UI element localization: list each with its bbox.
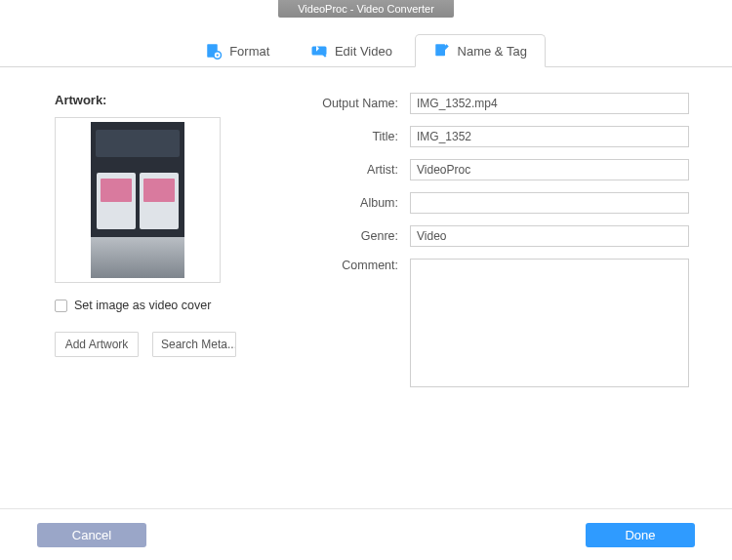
album-label: Album: xyxy=(306,196,410,210)
tab-edit-video-label: Edit Video xyxy=(335,44,392,59)
format-icon xyxy=(205,42,223,60)
artwork-label: Artwork: xyxy=(55,93,250,107)
album-input[interactable] xyxy=(410,192,689,214)
title-label: Title: xyxy=(306,130,410,143)
artist-label: Artist: xyxy=(306,163,410,177)
artist-input[interactable] xyxy=(410,159,689,180)
svg-point-2 xyxy=(217,54,219,56)
name-tag-icon xyxy=(433,42,451,60)
tab-format-label: Format xyxy=(229,44,269,59)
tab-edit-video[interactable]: Edit Video xyxy=(292,34,411,67)
output-name-label: Output Name: xyxy=(306,97,410,110)
comment-label: Comment: xyxy=(306,259,410,272)
genre-input[interactable] xyxy=(410,225,689,247)
genre-label: Genre: xyxy=(306,229,410,243)
tab-format[interactable]: Format xyxy=(186,34,288,67)
cancel-button[interactable]: Cancel xyxy=(37,523,146,547)
tab-name-tag[interactable]: Name & Tag xyxy=(415,34,546,67)
content-area: Artwork: Set image as video cover Add Ar… xyxy=(0,67,732,413)
cover-checkbox-label: Set image as video cover xyxy=(74,299,211,312)
title-input[interactable] xyxy=(410,126,689,147)
comment-textarea[interactable] xyxy=(410,259,689,387)
tab-name-tag-label: Name & Tag xyxy=(458,44,527,59)
tab-bar: Format Edit Video Name & Tag xyxy=(0,33,732,66)
edit-video-icon xyxy=(310,42,328,60)
cover-checkbox[interactable] xyxy=(55,300,67,312)
footer: Cancel Done xyxy=(0,509,732,560)
metadata-form: Output Name: Title: Artist: Album: Genre… xyxy=(306,93,689,399)
add-artwork-button[interactable]: Add Artwork xyxy=(55,332,139,357)
artwork-thumbnail[interactable] xyxy=(55,117,221,283)
artwork-panel: Artwork: Set image as video cover Add Ar… xyxy=(55,93,250,399)
artwork-buttons: Add Artwork Search Meta... xyxy=(55,332,250,357)
output-name-input[interactable] xyxy=(410,93,689,114)
window-title: VideoProc - Video Converter xyxy=(278,0,454,18)
search-meta-button[interactable]: Search Meta... xyxy=(152,332,236,357)
artwork-image xyxy=(91,122,184,278)
done-button[interactable]: Done xyxy=(586,523,695,547)
cover-checkbox-row: Set image as video cover xyxy=(55,299,250,312)
